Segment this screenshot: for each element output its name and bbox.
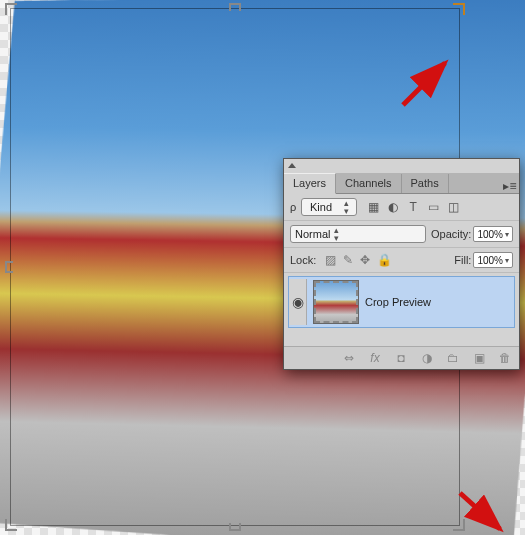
lock-label: Lock: xyxy=(290,254,316,266)
dropdown-icon: ▾ xyxy=(505,256,509,265)
new-layer-icon[interactable]: ▣ xyxy=(471,351,487,365)
crop-handle-mid-top[interactable] xyxy=(229,3,241,11)
crop-handle-bottom-left[interactable] xyxy=(5,519,17,531)
tab-layers[interactable]: Layers xyxy=(284,173,336,194)
fill-label: Fill: xyxy=(454,254,471,266)
collapse-icon[interactable] xyxy=(288,163,296,168)
fill-value: 100% xyxy=(477,255,503,266)
filter-smart-icon[interactable]: ◫ xyxy=(446,200,460,214)
opacity-value: 100% xyxy=(477,229,503,240)
dropdown-icon: ▾ xyxy=(505,230,509,239)
crop-handle-mid-bottom[interactable] xyxy=(229,523,241,531)
layers-list: ◉ Crop Preview xyxy=(284,273,519,346)
crop-handle-top-left[interactable] xyxy=(5,3,17,15)
tab-channels[interactable]: Channels xyxy=(336,174,401,193)
filter-shape-icon[interactable]: ▭ xyxy=(426,200,440,214)
opacity-label: Opacity: xyxy=(431,228,471,240)
adjustment-icon[interactable]: ◑ xyxy=(419,351,435,365)
layers-panel[interactable]: Layers Channels Paths ▸≡ ρ Kind ▴▾ ▦ ◐ T… xyxy=(283,158,520,370)
layer-name[interactable]: Crop Preview xyxy=(365,296,431,308)
crop-handle-bottom-right[interactable] xyxy=(453,519,465,531)
layer-item[interactable]: ◉ Crop Preview xyxy=(288,276,515,328)
lock-transparency-icon[interactable]: ▨ xyxy=(325,253,336,267)
crop-handle-top-right[interactable] xyxy=(453,3,465,15)
blend-mode-select[interactable]: Normal ▴▾ xyxy=(290,225,426,243)
group-icon[interactable]: 🗀 xyxy=(445,351,461,365)
kind-select[interactable]: Kind ▴▾ xyxy=(301,198,357,216)
tab-paths[interactable]: Paths xyxy=(402,174,449,193)
lock-pixels-icon[interactable]: ✎ xyxy=(343,253,353,267)
trash-icon[interactable]: 🗑 xyxy=(497,351,513,365)
kind-label: ρ xyxy=(290,201,296,213)
lock-all-icon[interactable]: 🔒 xyxy=(377,253,392,267)
layer-thumbnail[interactable] xyxy=(313,280,359,324)
blend-row: Normal ▴▾ Opacity: 100% ▾ xyxy=(284,221,519,248)
panel-tabbar: Layers Channels Paths ▸≡ xyxy=(284,173,519,194)
panel-footer: ⇔ fx ◘ ◑ 🗀 ▣ 🗑 xyxy=(284,346,519,369)
filter-row: ρ Kind ▴▾ ▦ ◐ T ▭ ◫ xyxy=(284,194,519,221)
updown-icon: ▴▾ xyxy=(344,199,349,215)
kind-select-label: Kind xyxy=(310,201,332,213)
panel-menu-icon[interactable]: ▸≡ xyxy=(501,179,519,193)
link-layers-icon[interactable]: ⇔ xyxy=(341,351,357,365)
filter-type-icon[interactable]: T xyxy=(406,200,420,214)
crop-handle-mid-left[interactable] xyxy=(5,261,13,273)
opacity-field[interactable]: 100% ▾ xyxy=(473,226,513,242)
blend-mode-value: Normal xyxy=(295,228,330,240)
visibility-toggle[interactable]: ◉ xyxy=(289,279,307,325)
lock-row: Lock: ▨ ✎ ✥ 🔒 Fill: 100% ▾ xyxy=(284,248,519,273)
updown-icon: ▴▾ xyxy=(334,226,339,242)
filter-fx-icon[interactable]: ◐ xyxy=(386,200,400,214)
fx-icon[interactable]: fx xyxy=(367,351,383,365)
filter-image-icon[interactable]: ▦ xyxy=(366,200,380,214)
eye-icon: ◉ xyxy=(292,294,304,310)
fill-field[interactable]: 100% ▾ xyxy=(473,252,513,268)
lock-position-icon[interactable]: ✥ xyxy=(360,253,370,267)
mask-icon[interactable]: ◘ xyxy=(393,351,409,365)
panel-drag-handle[interactable] xyxy=(284,159,519,173)
